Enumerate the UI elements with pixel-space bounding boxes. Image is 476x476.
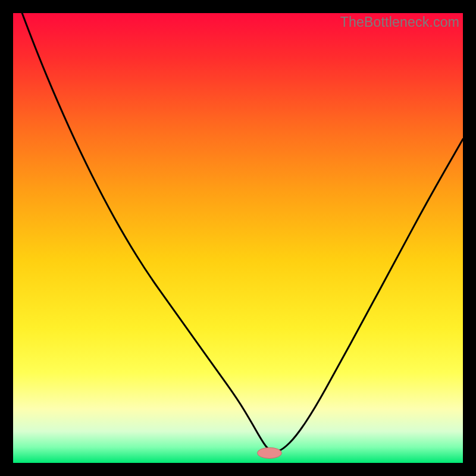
chart-frame: TheBottleneck.com bbox=[13, 13, 463, 463]
watermark-text: TheBottleneck.com bbox=[340, 14, 459, 30]
bottleneck-chart bbox=[13, 13, 463, 463]
gradient-background bbox=[13, 13, 463, 463]
optimal-marker bbox=[258, 447, 282, 458]
